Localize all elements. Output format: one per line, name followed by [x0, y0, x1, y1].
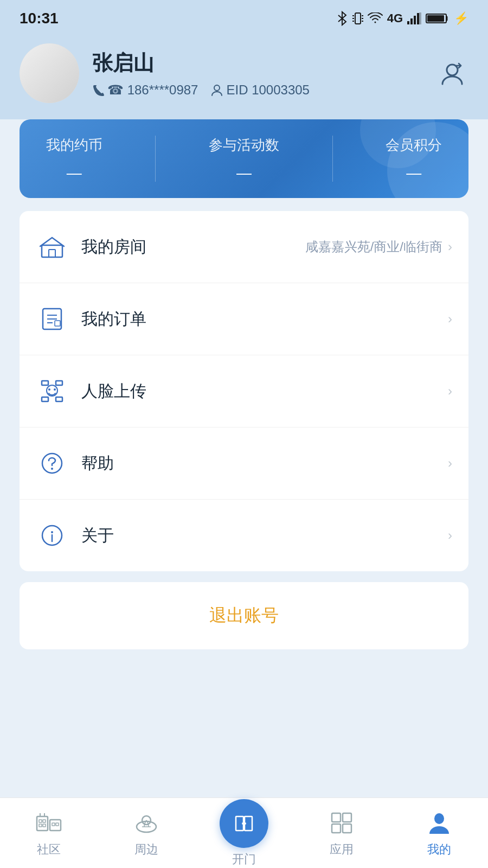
svg-rect-54 [332, 824, 341, 833]
bluetooth-icon [336, 11, 348, 26]
svg-rect-17 [49, 250, 55, 257]
profile-switch-button[interactable] [436, 57, 468, 90]
svg-rect-24 [56, 381, 62, 385]
stats-item-coins: 我的约币 — [46, 136, 102, 182]
apps-nav-label: 应用 [330, 841, 354, 858]
profile-eid: EID 10003305 [211, 82, 309, 98]
svg-rect-25 [42, 397, 48, 401]
svg-rect-40 [43, 824, 46, 827]
switch-user-icon [438, 59, 466, 87]
signal-icon [407, 12, 421, 24]
svg-rect-38 [43, 820, 46, 822]
svg-rect-23 [42, 381, 48, 385]
nav-item-mine[interactable]: 我的 [396, 809, 483, 858]
arrow-icon: › [448, 239, 452, 254]
svg-rect-9 [414, 16, 416, 24]
stats-card: 我的约币 — 参与活动数 — 会员积分 — [20, 119, 468, 198]
svg-point-28 [48, 388, 50, 391]
svg-rect-41 [52, 823, 55, 826]
profile-details: ☎ 186****0987 EID 10003305 [92, 82, 310, 98]
svg-rect-11 [419, 12, 421, 24]
person-icon [211, 84, 223, 96]
face-icon [36, 375, 68, 407]
profile-left: 张启山 ☎ 186****0987 EID 10003305 [20, 43, 310, 103]
mine-nav-label: 我的 [427, 841, 451, 858]
svg-rect-37 [39, 820, 42, 822]
wifi-icon [368, 12, 383, 24]
logout-button[interactable]: 退出账号 [20, 582, 468, 649]
nearby-nav-icon [132, 809, 160, 837]
menu-item-order[interactable]: 我的订单 › [20, 283, 468, 355]
menu-card: 我的房间 咸嘉嘉兴苑/商业/临街商 › 我的订单 › [20, 211, 468, 571]
stats-item-points: 会员积分 — [386, 136, 442, 182]
status-bar: 10:31 [0, 0, 488, 33]
nav-item-nearby[interactable]: 周边 [103, 809, 190, 858]
status-time: 10:31 [20, 10, 59, 27]
svg-point-51 [244, 822, 246, 825]
menu-item-about[interactable]: 关于 › [20, 500, 468, 571]
svg-rect-16 [42, 245, 62, 257]
stats-divider-1 [155, 136, 156, 182]
arrow-icon: › [448, 528, 452, 543]
svg-point-14 [214, 85, 220, 91]
order-icon [36, 303, 68, 335]
apps-nav-icon [328, 809, 356, 837]
svg-rect-55 [343, 824, 351, 833]
svg-point-29 [54, 388, 56, 391]
svg-rect-35 [37, 816, 48, 831]
room-icon [36, 231, 68, 263]
battery-icon [426, 12, 450, 24]
svg-rect-26 [56, 397, 62, 401]
profile-name: 张启山 [92, 49, 310, 77]
svg-rect-13 [427, 15, 444, 22]
svg-rect-39 [39, 824, 42, 827]
community-nav-label: 社区 [37, 841, 61, 858]
menu-item-help[interactable]: 帮助 › [20, 427, 468, 500]
community-nav-icon [35, 809, 63, 837]
status-icons: 4G ⚡ [336, 11, 468, 26]
stats-divider-2 [332, 136, 333, 182]
about-icon [36, 519, 68, 552]
arrow-icon: › [448, 456, 452, 471]
svg-rect-53 [343, 813, 351, 822]
svg-rect-0 [355, 13, 361, 24]
svg-point-31 [51, 468, 53, 470]
mine-nav-icon [425, 809, 453, 837]
profile-area: 张启山 ☎ 186****0987 EID 10003305 [0, 33, 488, 119]
menu-item-room[interactable]: 我的房间 咸嘉嘉兴苑/商业/临街商 › [20, 211, 468, 283]
phone-icon [92, 84, 104, 96]
svg-rect-10 [417, 13, 419, 24]
stats-item-activities: 参与活动数 — [209, 136, 279, 182]
svg-rect-52 [332, 813, 341, 822]
nav-item-door[interactable]: 开门 [201, 799, 287, 867]
svg-point-50 [242, 822, 244, 825]
charge-icon: ⚡ [454, 11, 468, 25]
menu-item-face[interactable]: 人脸上传 › [20, 355, 468, 427]
door-nav-button[interactable] [220, 799, 268, 848]
svg-rect-36 [50, 820, 61, 831]
nav-item-community[interactable]: 社区 [5, 809, 92, 858]
network-4g: 4G [387, 11, 403, 25]
arrow-icon: › [448, 311, 452, 327]
svg-point-56 [434, 813, 444, 824]
svg-rect-8 [410, 18, 413, 24]
door-nav-label: 开门 [232, 851, 256, 867]
svg-rect-22 [55, 321, 60, 326]
vibrate-icon [352, 11, 363, 25]
svg-rect-7 [407, 21, 409, 24]
nearby-nav-label: 周边 [134, 841, 158, 858]
door-nav-icon [233, 812, 255, 835]
help-icon [36, 447, 68, 480]
svg-rect-42 [56, 823, 59, 826]
bottom-nav: 社区 周边 开门 [0, 797, 488, 868]
svg-point-33 [51, 531, 53, 533]
profile-info: 张启山 ☎ 186****0987 EID 10003305 [92, 49, 310, 98]
arrow-icon: › [448, 384, 452, 399]
avatar [20, 43, 79, 103]
profile-phone: ☎ 186****0987 [92, 82, 198, 98]
nav-item-apps[interactable]: 应用 [298, 809, 385, 858]
